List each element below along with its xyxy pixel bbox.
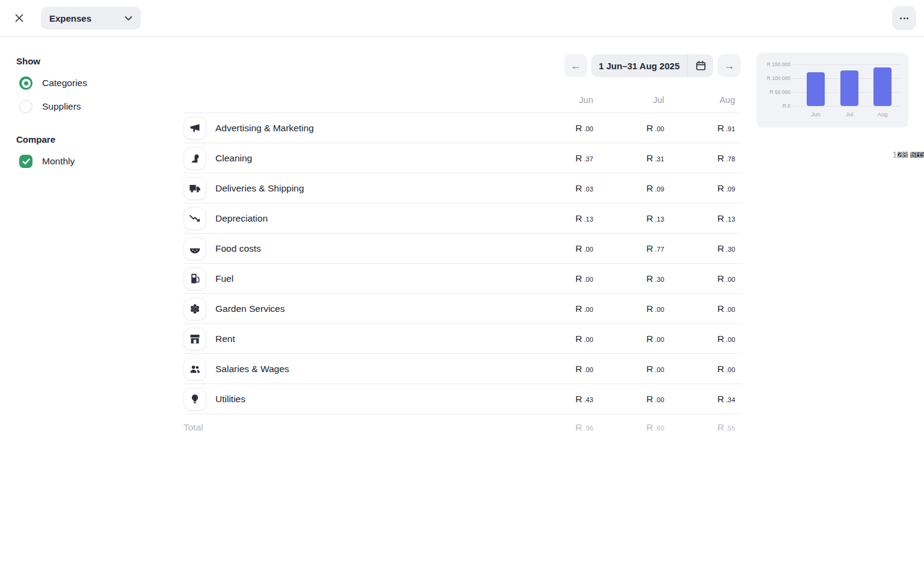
table-row[interactable]: Utilities R4 235.43 R4 390.00 R3 920.34 — [183, 384, 742, 414]
value-cell-aug: R4 943.91 — [664, 123, 742, 134]
arrow-right-icon: → — [724, 60, 735, 72]
column-header-aug: Aug — [664, 95, 742, 105]
value-cell-jun: R25 630.00 — [522, 334, 593, 344]
expense-trend-chart: R 0R 50 000R 100 000R 150 000JunJulAug — [757, 53, 908, 128]
value-cell-aug: R25 630.00 — [664, 334, 742, 344]
chart-bar-jun[interactable] — [807, 72, 825, 106]
show-heading: Show — [16, 56, 167, 66]
next-period-button[interactable]: → — [718, 54, 741, 77]
chart-bar-aug[interactable] — [873, 67, 892, 106]
report-type-dropdown[interactable]: Expenses — [41, 7, 141, 30]
chart-bar-jul[interactable] — [840, 70, 858, 106]
store-icon — [183, 328, 206, 350]
vacuum-icon — [183, 147, 206, 170]
truck-icon — [183, 177, 206, 200]
value-cell-jul: R56 064.77 — [593, 243, 664, 254]
value-cell-aug: R5 546.09 — [664, 183, 742, 194]
column-headers: Jun Jul Aug — [183, 95, 742, 105]
arrow-left-icon: ← — [570, 60, 581, 72]
category-label: Fuel — [215, 273, 233, 284]
date-range-label: 1 Jun–31 Aug 2025 — [591, 54, 687, 77]
value-cell-jun: R1 892.00 — [522, 273, 593, 284]
table-row[interactable]: Garden Services R350.00 R350.00 R350.00 — [183, 293, 742, 323]
name-column-header — [183, 95, 522, 105]
food-icon — [183, 237, 206, 260]
value-cell-jul: R244.13 — [593, 213, 664, 224]
value-cell-jul: R2 277.30 — [593, 273, 664, 284]
total-label: Total — [183, 422, 203, 433]
category-label: Food costs — [215, 243, 261, 254]
sidebar: Show Categories Suppliers Compare Monthl… — [16, 37, 167, 178]
table-row[interactable]: Depreciation R244.13 R244.13 R244.13 — [183, 203, 742, 233]
radio-option-categories[interactable]: Categories — [16, 76, 167, 90]
category-label: Rent — [215, 334, 235, 344]
close-icon — [14, 13, 24, 23]
value-cell-aug: R65 482.30 — [664, 243, 742, 254]
calendar-icon — [695, 60, 706, 71]
fuel-icon — [183, 267, 206, 290]
chart-ytick-label: R 150 000 — [767, 61, 790, 67]
value-cell-jun: R49 503.00 — [522, 243, 593, 254]
value-cell-jun: R244.13 — [522, 213, 593, 224]
chart-xtick-label: Jun — [804, 111, 828, 117]
column-header-jun: Jun — [522, 95, 593, 105]
category-label: Depreciation — [215, 213, 268, 224]
date-range-picker[interactable]: 1 Jun–31 Aug 2025 — [591, 54, 713, 77]
chart-gridline — [792, 106, 901, 107]
value-cell-jul: R27 000.00 — [593, 364, 664, 374]
category-label: Utilities — [215, 394, 245, 405]
value-cell-jul: R5 394.09 — [593, 183, 664, 194]
category-label: Deliveries & Shipping — [215, 183, 304, 194]
topbar: Expenses — [0, 0, 924, 37]
check-icon — [22, 158, 30, 165]
category-label: Garden Services — [215, 303, 285, 314]
value-cell-aug: R3 504.00 — [664, 273, 742, 284]
column-header-jul: Jul — [593, 95, 664, 105]
category-label: Salaries & Wages — [215, 364, 289, 374]
chart-xtick-label: Aug — [870, 111, 895, 117]
value-cell-jun: R4 920.00 — [522, 123, 593, 134]
flower-icon — [183, 297, 206, 320]
chart-ytick-label: R 0 — [783, 103, 790, 109]
value-cell-jul: R350.00 — [593, 303, 664, 314]
chart-ytick-label: R 100 000 — [767, 75, 790, 81]
value-cell-aug: R350.00 — [664, 303, 742, 314]
radio-categories[interactable] — [19, 76, 32, 90]
value-cell-aug: R27 000.00 — [664, 364, 742, 374]
radio-categories-label: Categories — [42, 78, 87, 89]
table-row[interactable]: Food costs R49 503.00 R56 064.77 R65 482… — [183, 233, 742, 263]
calendar-button-segment[interactable] — [687, 54, 713, 77]
report-type-label: Expenses — [49, 13, 91, 23]
total-cell-jun: R121 767.96 — [522, 422, 593, 433]
radio-suppliers-label: Suppliers — [42, 101, 81, 112]
value-cell-jun: R5 890.03 — [522, 183, 593, 194]
value-cell-jul: R4 390.00 — [593, 394, 664, 405]
people-icon — [183, 358, 206, 381]
value-cell-aug: R3 920.34 — [664, 394, 742, 405]
close-button[interactable] — [8, 7, 30, 29]
radio-suppliers[interactable] — [19, 100, 32, 113]
checkbox-monthly[interactable] — [19, 155, 32, 168]
value-cell-jul: R25 630.00 — [593, 334, 664, 344]
lightbulb-icon — [183, 388, 206, 411]
previous-period-button[interactable]: ← — [564, 54, 587, 77]
value-cell-jun: R27 000.00 — [522, 364, 593, 374]
radio-option-suppliers[interactable]: Suppliers — [16, 99, 167, 114]
chart-ytick-label: R 50 000 — [770, 89, 791, 95]
table-row[interactable]: Deliveries & Shipping R5 890.03 R5 394.0… — [183, 173, 742, 203]
chart-xtick-label: Jul — [837, 111, 861, 117]
more-options-button[interactable] — [892, 6, 916, 30]
table-row[interactable]: Fuel R1 892.00 R2 277.30 R3 504.00 — [183, 263, 742, 293]
expense-table: Advertising & Marketing R4 920.00 R4 852… — [183, 113, 742, 441]
table-row[interactable]: Rent R25 630.00 R25 630.00 R25 630.00 — [183, 323, 742, 353]
ellipsis-icon — [900, 17, 902, 19]
checkbox-option-monthly[interactable]: Monthly — [16, 154, 167, 169]
chevron-down-icon — [125, 16, 132, 21]
category-label: Cleaning — [215, 153, 252, 164]
value-cell-jun: R350.00 — [522, 303, 593, 314]
value-cell-jun: R4 235.43 — [522, 394, 593, 405]
compare-heading: Compare — [16, 134, 167, 144]
table-row[interactable]: Salaries & Wages R27 000.00 R27 000.00 R… — [183, 353, 742, 384]
total-cell-jul: R128 503.60 — [593, 422, 664, 433]
table-row[interactable]: Advertising & Marketing R4 920.00 R4 852… — [183, 113, 742, 143]
